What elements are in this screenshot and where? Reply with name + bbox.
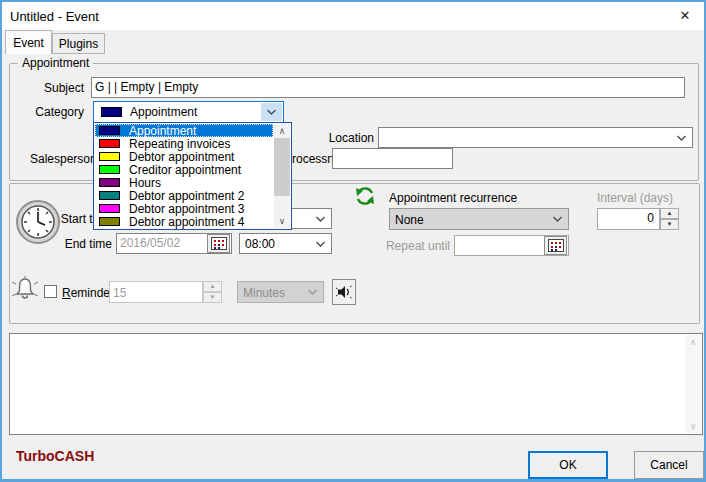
chevron-down-icon (316, 216, 325, 222)
category-option[interactable]: Debtor appointment 4 (95, 215, 273, 228)
category-dropdown-list: Appointment Repeating invoices Debtor ap… (93, 122, 292, 230)
event-dialog: Untitled - Event ✕ Event Plugins Appoint… (0, 0, 706, 482)
notes-textarea[interactable]: ∧ ∨ (9, 333, 703, 435)
location-combobox[interactable] (378, 127, 693, 148)
chevron-down-icon (267, 109, 276, 115)
interval-input[interactable]: 0 (597, 208, 660, 230)
end-time-value: 08:00 (245, 237, 275, 251)
tab-event[interactable]: Event (5, 30, 52, 54)
recurrence-icon (354, 185, 376, 207)
reminder-checkbox[interactable] (44, 285, 57, 298)
reminder-bell-icon (10, 274, 40, 304)
reminder-sound-button[interactable] (332, 279, 356, 305)
reminder-unit-value: Minutes (243, 286, 285, 300)
turbocash-brand: TurboCASH (16, 448, 94, 464)
ok-button[interactable]: OK (528, 451, 608, 479)
color-swatch (99, 191, 120, 200)
end-time-combobox[interactable]: 08:00 (239, 233, 332, 254)
reminder-unit-combobox[interactable]: Minutes (237, 281, 324, 303)
processno-input[interactable] (332, 148, 453, 169)
speaker-icon (335, 284, 353, 300)
category-color-swatch (101, 107, 122, 117)
category-option[interactable]: Debtor appointment 2 (95, 189, 273, 202)
chevron-down-icon (553, 216, 562, 222)
scroll-up-icon[interactable]: ∧ (274, 124, 290, 138)
subject-input[interactable]: G | | Empty | Empty (91, 77, 685, 98)
category-option[interactable]: Appointment (95, 124, 273, 137)
end-time-label: End time (42, 237, 112, 251)
reminder-spinner[interactable]: ▲ ▼ (203, 281, 222, 303)
interval-value: 0 (647, 211, 654, 225)
reminder-minutes-input[interactable]: 15 (109, 281, 203, 303)
spin-down-icon[interactable]: ▼ (660, 219, 679, 230)
close-icon[interactable]: ✕ (670, 4, 700, 28)
recurrence-combobox[interactable]: None (389, 208, 569, 230)
chevron-down-icon (308, 289, 317, 295)
scroll-down-icon[interactable]: ∨ (685, 419, 701, 433)
category-option[interactable]: Hours (95, 176, 273, 189)
calendar-icon (211, 237, 227, 250)
scroll-up-icon[interactable]: ∧ (685, 335, 701, 349)
category-value: Appointment (130, 105, 197, 119)
tab-event-label: Event (13, 36, 44, 50)
reminder-minutes-value: 15 (113, 286, 126, 300)
dialog-title: Untitled - Event (10, 9, 99, 24)
color-swatch (99, 165, 120, 174)
subject-label: Subject (9, 81, 84, 95)
chevron-down-icon (677, 135, 686, 141)
tab-plugins-label: Plugins (59, 37, 98, 51)
scroll-down-icon[interactable]: ∨ (274, 214, 290, 228)
location-label: Location (304, 131, 374, 145)
notes-scrollbar[interactable]: ∧ ∨ (685, 335, 701, 433)
subject-value: G | | Empty | Empty (95, 80, 198, 94)
spin-up-icon[interactable]: ▲ (203, 281, 222, 292)
title-bar (2, 2, 704, 30)
calendar-icon (548, 239, 564, 252)
color-swatch (99, 178, 120, 187)
salesperson-label: Salesperson: (30, 152, 100, 166)
color-swatch (99, 217, 120, 226)
category-dropdown-button[interactable] (261, 103, 282, 121)
spin-down-icon[interactable]: ▼ (203, 292, 222, 303)
reminder-label: Reminder (62, 286, 114, 300)
category-label: Category (9, 105, 84, 119)
dropdown-scrollbar[interactable]: ∧ ∨ (274, 124, 290, 228)
cancel-button[interactable]: Cancel (634, 451, 704, 479)
tab-plugins[interactable]: Plugins (52, 33, 105, 54)
end-date-calendar-button[interactable] (207, 234, 230, 253)
color-swatch (99, 152, 120, 161)
scrollbar-thumb[interactable] (274, 138, 290, 196)
end-date-value: 2016/05/02 (120, 236, 180, 250)
category-option[interactable]: Debtor appointment (95, 150, 273, 163)
color-swatch (99, 139, 120, 148)
chevron-down-icon (316, 241, 325, 247)
repeat-until-calendar-button[interactable] (544, 236, 567, 255)
spin-up-icon[interactable]: ▲ (660, 208, 679, 219)
interval-spinner[interactable]: ▲ ▼ (660, 208, 679, 230)
repeat-until-label: Repeat until (380, 239, 450, 253)
color-swatch (99, 126, 120, 135)
category-combobox[interactable]: Appointment (93, 101, 284, 123)
recurrence-label: Appointment recurrence (389, 191, 517, 205)
category-option[interactable]: Creditor appointment (95, 163, 273, 176)
category-option[interactable]: Debtor appointment 3 (95, 202, 273, 215)
appointment-group-title: Appointment (18, 56, 93, 70)
interval-label: Interval (days) (597, 191, 673, 205)
category-option[interactable]: Repeating invoices (95, 137, 273, 150)
recurrence-value: None (395, 213, 424, 227)
color-swatch (99, 204, 120, 213)
